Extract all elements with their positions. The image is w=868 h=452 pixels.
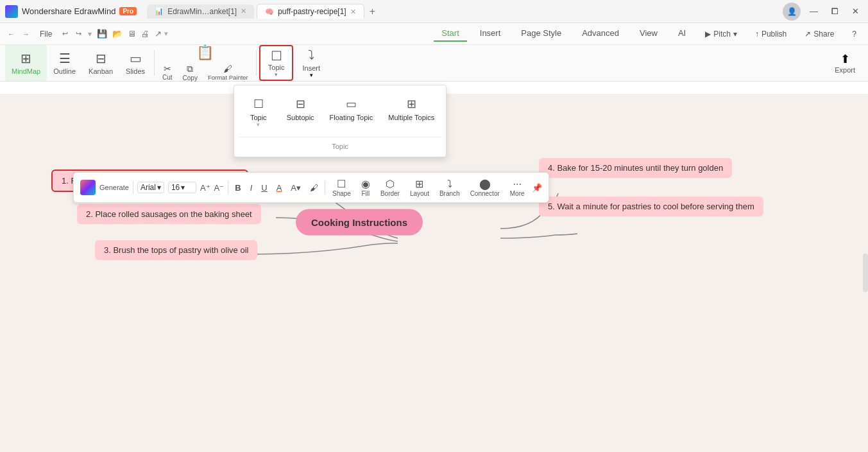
branch-button[interactable]: ⤵ Branch	[436, 177, 463, 198]
publish-label: Publish	[762, 30, 787, 39]
topic-dd-floating-icon: ▭	[346, 97, 357, 111]
layout-label: Layout	[410, 190, 429, 197]
insert-label: Insert	[302, 64, 320, 72]
clipboard-bottom: ✂ Cut ⧉ Copy 🖌 Format Painter	[157, 62, 253, 83]
font-color-button[interactable]: A	[274, 182, 285, 194]
branch-node-4-label: 4. Bake for 15-20 minutes until they tur…	[548, 163, 723, 173]
topic-dd-multiple-icon: ⊞	[407, 97, 416, 111]
more-button[interactable]: ··· More	[507, 177, 528, 198]
pitch-arrow: ▾	[733, 30, 737, 39]
nav-save-icon[interactable]: 💾	[97, 29, 107, 39]
bold-button[interactable]: B	[232, 182, 243, 194]
app-logo	[5, 5, 18, 18]
layout-button[interactable]: ⊞ Layout	[407, 177, 432, 198]
slides-button[interactable]: ▭ Slides	[119, 45, 151, 81]
nav-folder-icon[interactable]: 📂	[112, 29, 123, 39]
branch-node-5[interactable]: 5. Wait a minute for pastries to cool be…	[539, 196, 763, 216]
nav-forward-button[interactable]: →	[20, 29, 32, 39]
nav-tab-insert[interactable]: Insert	[472, 26, 509, 42]
close-button[interactable]: ✕	[848, 5, 863, 17]
float-toolbar: Generate Arial ▾ 16 ▾ A⁺ A⁻ B I U A A▾ 🖌…	[73, 172, 549, 203]
share-button[interactable]: ↗ Share	[798, 28, 840, 40]
file-menu-button[interactable]: File	[35, 27, 57, 41]
branch-node-2[interactable]: 2. Place rolled sausages on the baking s…	[77, 204, 261, 224]
user-avatar[interactable]: 👤	[783, 3, 801, 21]
topic-dd-floating[interactable]: ▭ Floating Topic	[323, 93, 380, 132]
branch-node-4[interactable]: 4. Bake for 15-20 minutes until they tur…	[539, 158, 732, 178]
font-selector[interactable]: Arial ▾	[137, 182, 164, 193]
nav-back-button[interactable]: ←	[5, 29, 17, 39]
layout-icon: ⊞	[415, 178, 423, 190]
format-painter-button[interactable]: 🖌 Format Painter	[203, 62, 253, 83]
underline-button[interactable]: U	[259, 182, 269, 194]
nav-tab-pagestyle[interactable]: Page Style	[513, 26, 569, 42]
tab-close-edrawmind[interactable]: ✕	[241, 7, 246, 15]
tab-edrawmind[interactable]: 📊 EdrawMin…anket[1] ✕	[147, 4, 254, 19]
branch-icon: ⤵	[447, 178, 452, 190]
font-increase-button[interactable]: A⁺	[200, 183, 210, 193]
maximize-button[interactable]: ⧠	[827, 5, 843, 17]
nav-print-icon[interactable]: 🖨	[141, 29, 149, 39]
font-size-arrow: ▾	[181, 183, 185, 192]
export-icon: ⬆	[840, 52, 850, 66]
nav-tab-advanced[interactable]: Advanced	[574, 26, 627, 42]
paint-button[interactable]: 🖌	[307, 182, 321, 194]
topic-dd-subtopic-icon: ⊟	[296, 97, 305, 111]
outline-button[interactable]: ☰ Outline	[47, 45, 82, 81]
title-bar-left: Wondershare EdrawMind Pro	[5, 5, 137, 18]
nav-screen-icon[interactable]: 🖥	[128, 29, 136, 39]
minimize-button[interactable]: —	[806, 5, 822, 17]
redo-button[interactable]: ↪	[73, 28, 84, 39]
topic-dd-multiple[interactable]: ⊞ Multiple Topics	[382, 93, 441, 132]
paste-button[interactable]: 📋	[157, 43, 253, 62]
toolbar-pin-button[interactable]: 📌	[532, 183, 542, 193]
help-button[interactable]: ?	[846, 28, 863, 40]
toolbar-area: ← → File ↩ ↪ ▾ 💾 📂 🖥 🖨 ↗ ▾ Start Insert …	[0, 23, 868, 82]
undo-button[interactable]: ↩	[60, 28, 71, 39]
branch-label: Branch	[439, 190, 460, 197]
topic-dd-topic[interactable]: ☐ Topic ▾	[239, 93, 278, 132]
connector-label: Connector	[470, 190, 500, 197]
shape-button[interactable]: ☐ Shape	[329, 177, 354, 198]
kanban-button[interactable]: ⊟ Kanban	[82, 45, 119, 81]
nav-tab-view[interactable]: View	[632, 26, 665, 42]
pitch-label: Pitch	[713, 30, 731, 39]
ft-divider-1	[133, 181, 133, 194]
nav-tab-ai[interactable]: AI	[670, 26, 694, 42]
highlight-button[interactable]: A▾	[288, 182, 303, 194]
copy-button[interactable]: ⧉ Copy	[178, 62, 203, 83]
font-decrease-button[interactable]: A⁻	[214, 183, 225, 193]
title-bar: Wondershare EdrawMind Pro 📊 EdrawMin…ank…	[0, 0, 868, 23]
topic-dropdown: ☐ Topic ▾ ⊟ Subtopic ▭ Floating Topic ⊞	[234, 85, 447, 157]
shape-label: Shape	[332, 190, 351, 197]
topic-button[interactable]: ☐ Topic ▾	[259, 45, 294, 81]
nav-tab-start[interactable]: Start	[434, 26, 466, 42]
italic-button[interactable]: I	[248, 182, 255, 194]
pitch-button[interactable]: ▶ Pitch ▾	[699, 28, 744, 40]
connector-button[interactable]: ⬤ Connector	[467, 177, 503, 198]
tab-puff-pastry[interactable]: 🧠 puff-pastry-recipe[1] ✕	[257, 4, 364, 19]
tab-icon-puff-pastry: 🧠	[265, 8, 274, 16]
tab-close-puff-pastry[interactable]: ✕	[350, 8, 356, 16]
cut-button[interactable]: ✂ Cut	[157, 62, 178, 83]
nav-share2-icon[interactable]: ↗	[155, 29, 162, 39]
center-node[interactable]: Cooking Instructions	[296, 209, 423, 236]
help-icon: ?	[852, 30, 856, 39]
topic-dd-subtopic[interactable]: ⊟ Subtopic	[280, 93, 321, 132]
share-label: Share	[813, 30, 834, 39]
publish-icon: ↑	[755, 30, 759, 39]
border-button[interactable]: ⬡ Border	[377, 177, 403, 198]
font-name: Arial	[140, 183, 156, 192]
right-panel-handle[interactable]	[863, 254, 868, 292]
fill-button[interactable]: ◉ Fill	[358, 177, 373, 198]
topic-dd-topic-icon: ☐	[253, 97, 264, 111]
generate-label[interactable]: Generate	[99, 184, 129, 191]
export-button[interactable]: ⬆ Export	[827, 45, 863, 81]
nav-dropdown-icon[interactable]: ▾	[164, 30, 168, 38]
mindmap-button[interactable]: ⊞ MindMap	[5, 45, 47, 81]
branch-node-3[interactable]: 3. Brush the tops of pastry with olive o…	[95, 240, 257, 260]
tab-add-button[interactable]: +	[370, 6, 375, 17]
insert-button[interactable]: ⤵ Insert ▾	[296, 45, 327, 81]
publish-button[interactable]: ↑ Publish	[749, 28, 793, 40]
font-size-selector[interactable]: 16 ▾	[168, 182, 196, 193]
